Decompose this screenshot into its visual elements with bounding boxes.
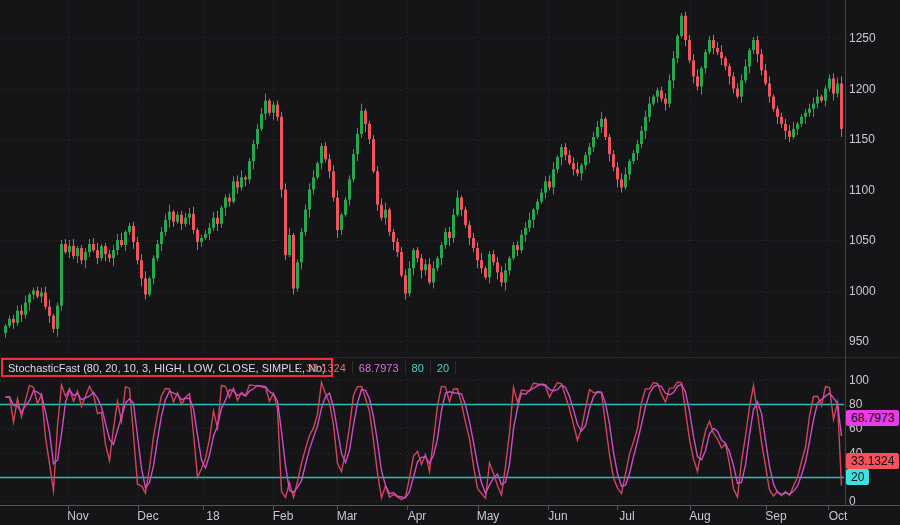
time-tick-label: May bbox=[470, 510, 506, 523]
time-tick-label: Jul bbox=[609, 510, 645, 523]
stoch-tick-label: 100 bbox=[849, 373, 869, 387]
time-tick-label: Dec bbox=[130, 510, 166, 523]
indicator-values-row: 33.1324 68.7973 80 20 bbox=[299, 358, 456, 377]
time-tick-label: Apr bbox=[399, 510, 435, 523]
price-tick-label: 1150 bbox=[849, 132, 875, 146]
price-tick-label: 1100 bbox=[849, 183, 875, 197]
time-tick-label: 18 bbox=[195, 510, 231, 523]
stoch-k-badge: 33.1324 bbox=[846, 453, 899, 469]
time-tick-label: Jun bbox=[540, 510, 576, 523]
value-separator bbox=[455, 361, 456, 374]
price-scale-axis[interactable]: 1250120011501100105010009501008060402006… bbox=[845, 0, 900, 503]
price-tick-label: 950 bbox=[849, 334, 869, 348]
time-tick-label: Feb bbox=[265, 510, 301, 523]
stoch-d-badge: 68.7973 bbox=[846, 410, 899, 426]
price-tick-label: 1200 bbox=[849, 82, 876, 96]
time-tick-label: Nov bbox=[60, 510, 96, 523]
price-tick-label: 1050 bbox=[849, 233, 876, 247]
price-tick-label: 1000 bbox=[849, 284, 876, 298]
price-tick-label: 1250 bbox=[849, 31, 876, 45]
stochastic-pane[interactable] bbox=[0, 378, 845, 503]
stoch-upper-band-value: 80 bbox=[406, 362, 430, 374]
stoch-d-value: 68.7973 bbox=[353, 362, 405, 374]
time-tick-label: Oct bbox=[820, 510, 856, 523]
time-tick-label: Mar bbox=[329, 510, 365, 523]
stoch-lower-band-value: 20 bbox=[431, 362, 455, 374]
price-pane[interactable] bbox=[0, 0, 845, 357]
stoch-lower-band-badge: 20 bbox=[846, 469, 869, 485]
time-tick-label: Aug bbox=[682, 510, 718, 523]
stoch-k-value: 33.1324 bbox=[300, 362, 352, 374]
time-tick-label: Sep bbox=[758, 510, 794, 523]
indicator-header-selected[interactable]: StochasticFast (80, 20, 10, 3, HIGH, LOW… bbox=[1, 358, 333, 377]
trading-chart: 1250120011501100105010009501008060402006… bbox=[0, 0, 900, 525]
time-scale-axis[interactable]: NovDec18FebMarAprMayJunJulAugSepOct bbox=[0, 506, 900, 525]
indicator-label: StochasticFast (80, 20, 10, 3, HIGH, LOW… bbox=[8, 362, 326, 374]
